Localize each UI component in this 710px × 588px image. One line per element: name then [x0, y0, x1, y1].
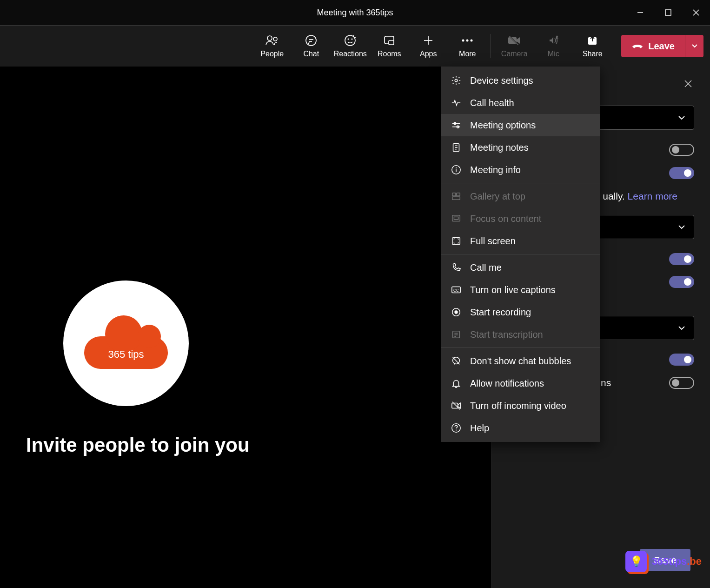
menu-item-start-recording[interactable]: Start recording — [441, 301, 600, 323]
close-button[interactable] — [682, 0, 710, 25]
share-button[interactable]: Share — [573, 26, 612, 67]
chat-icon — [305, 34, 317, 47]
menu-item-label: Meeting info — [470, 165, 521, 175]
svg-rect-42 — [452, 215, 460, 221]
svg-point-48 — [454, 310, 458, 314]
reactions-label: Reactions — [334, 50, 367, 58]
menu-item-label: Help — [470, 423, 489, 434]
menu-separator — [441, 183, 600, 183]
mic-label: Mic — [548, 50, 559, 58]
svg-point-27 — [455, 79, 458, 82]
mic-off-icon — [548, 34, 559, 47]
more-button[interactable]: More — [448, 26, 487, 67]
svg-point-6 — [306, 35, 316, 46]
minimize-button[interactable] — [626, 0, 654, 25]
fullscreen-icon — [451, 235, 462, 247]
menu-item-meeting-info[interactable]: Meeting info — [441, 159, 600, 181]
bell-icon — [451, 378, 462, 389]
apps-button[interactable]: Apps — [409, 26, 448, 67]
cart-captions-toggle[interactable] — [669, 377, 694, 389]
phone-icon — [451, 262, 462, 273]
menu-item-label: Call me — [470, 262, 502, 273]
menu-item-meeting-notes[interactable]: Meeting notes — [441, 136, 600, 159]
leave-button[interactable]: Leave — [621, 35, 685, 57]
bubble-off-icon — [451, 355, 462, 367]
more-label: More — [459, 50, 476, 58]
maximize-button[interactable] — [654, 0, 682, 25]
people-button[interactable]: People — [252, 26, 292, 67]
organizer-avatar: 365 tips — [63, 281, 189, 406]
meeting-toolbar: People Chat Reactions Rooms Apps More — [0, 26, 710, 67]
svg-point-17 — [466, 40, 469, 42]
learn-more-link[interactable]: Learn more — [628, 191, 677, 201]
title-bar: Meeting with 365tips — [0, 0, 710, 26]
leave-options-button[interactable] — [685, 35, 703, 57]
close-icon — [684, 80, 692, 88]
menu-item-full-screen[interactable]: Full screen — [441, 230, 600, 252]
allow-mic-toggle[interactable] — [669, 253, 694, 265]
reactions-button[interactable]: Reactions — [331, 26, 370, 67]
allow-camera-toggle[interactable] — [669, 276, 694, 288]
allow-reactions-toggle[interactable] — [669, 354, 694, 366]
menu-item-allow-notifications[interactable]: Allow notifications — [441, 372, 600, 394]
cloud-logo: 365 tips — [84, 318, 168, 369]
svg-rect-1 — [665, 10, 671, 15]
announce-toggle[interactable] — [669, 167, 694, 179]
info-icon — [451, 164, 462, 175]
svg-rect-40 — [457, 193, 460, 196]
menu-item-gallery-at-top: Gallery at top — [441, 185, 600, 207]
ellipsis-icon — [461, 34, 473, 47]
menu-item-label: Turn off incoming video — [470, 401, 566, 411]
leave-group: Leave — [621, 35, 703, 57]
chevron-down-icon — [678, 326, 685, 330]
menu-item-label: Meeting notes — [470, 142, 529, 153]
menu-item-label: Start transcription — [470, 329, 543, 340]
menu-item-turn-on-live-captions[interactable]: CCTurn on live captions — [441, 279, 600, 301]
menu-item-call-health[interactable]: Call health — [441, 92, 600, 114]
menu-item-turn-off-incoming-video[interactable]: Turn off incoming video — [441, 394, 600, 417]
menu-item-call-me[interactable]: Call me — [441, 256, 600, 279]
rooms-button[interactable]: Rooms — [370, 26, 409, 67]
apps-label: Apps — [420, 50, 437, 58]
camera-label: Camera — [501, 50, 528, 58]
notes-icon — [451, 142, 462, 153]
svg-point-5 — [273, 37, 277, 41]
menu-item-device-settings[interactable]: Device settings — [441, 69, 600, 92]
menu-item-label: Start recording — [470, 307, 531, 318]
menu-item-don-t-show-chat-bubbles[interactable]: Don't show chat bubbles — [441, 350, 600, 372]
chevron-down-icon — [678, 115, 685, 120]
plus-icon — [423, 34, 434, 47]
svg-rect-43 — [454, 217, 458, 220]
rooms-icon — [384, 34, 395, 47]
people-icon — [265, 34, 279, 47]
panel-close-button[interactable] — [680, 76, 696, 92]
menu-separator — [441, 347, 600, 348]
reactions-icon — [344, 34, 356, 47]
menu-item-focus-on-content: Focus on content — [441, 207, 600, 230]
gallery-icon — [451, 191, 462, 202]
bypass-toggle[interactable] — [669, 144, 694, 156]
svg-point-38 — [456, 167, 457, 168]
mic-button[interactable]: Mic — [534, 26, 573, 67]
record-icon — [451, 307, 462, 318]
chat-button[interactable]: Chat — [292, 26, 331, 67]
menu-separator — [441, 254, 600, 254]
svg-rect-44 — [452, 238, 460, 245]
menu-item-help[interactable]: Help — [441, 417, 600, 439]
camera-button[interactable]: Camera — [495, 26, 534, 67]
people-label: People — [260, 50, 284, 58]
avatar-text: 365 tips — [84, 348, 168, 361]
menu-item-label: Full screen — [470, 236, 516, 247]
svg-point-16 — [462, 40, 464, 42]
menu-item-label: Device settings — [470, 75, 533, 86]
svg-point-9 — [345, 35, 355, 46]
menu-item-meeting-options[interactable]: Meeting options — [441, 114, 600, 136]
menu-item-label: Focus on content — [470, 214, 541, 224]
video-off-icon — [451, 400, 462, 411]
gear-icon — [451, 75, 462, 86]
menu-item-start-transcription: Start transcription — [441, 323, 600, 346]
chevron-down-icon — [678, 225, 685, 229]
menu-item-label: Allow notifications — [470, 378, 544, 389]
svg-rect-13 — [389, 40, 394, 45]
menu-item-label: Gallery at top — [470, 191, 525, 202]
